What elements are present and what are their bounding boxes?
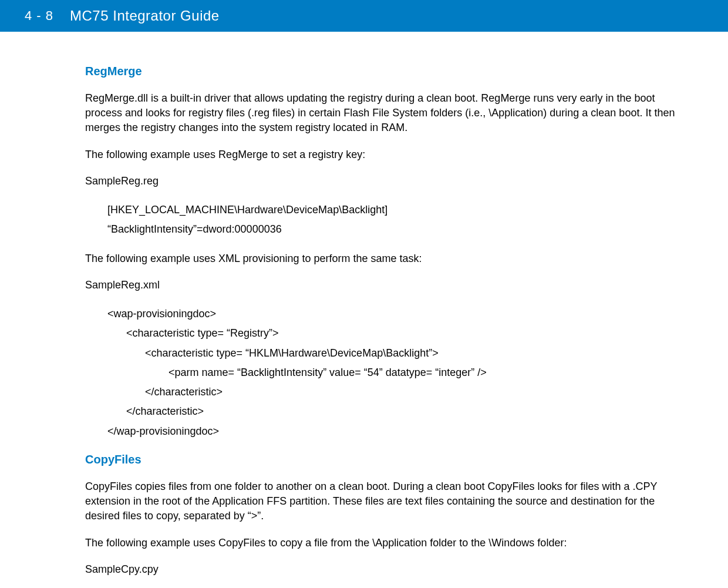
xml-line-5: </characteristic> — [145, 382, 686, 402]
xml-line-7: </wap-provisioningdoc> — [107, 422, 686, 441]
xml-line-3: <characteristic type= “HKLM\Hardware\Dev… — [145, 344, 686, 363]
reg-code-block: [HKEY_LOCAL_MACHINE\Hardware\DeviceMap\B… — [107, 200, 686, 240]
xml-line-6: </characteristic> — [126, 402, 686, 421]
regmerge-example-lead: The following example uses RegMerge to s… — [85, 147, 686, 162]
regmerge-intro: RegMerge.dll is a built-in driver that a… — [85, 91, 686, 136]
xml-line-1: <wap-provisioningdoc> — [107, 304, 686, 324]
section-heading-regmerge: RegMerge — [85, 65, 686, 78]
regmerge-xml-filename: SampleReg.xml — [85, 278, 686, 293]
regmerge-xml-lead: The following example uses XML provision… — [85, 251, 686, 266]
copyfiles-example-lead: The following example uses CopyFiles to … — [85, 536, 686, 550]
xml-line-4: <parm name= “BacklightIntensity” value= … — [168, 363, 686, 382]
copyfiles-intro: CopyFiles copies files from one folder t… — [85, 479, 686, 524]
page-number: 4 - 8 — [25, 8, 53, 23]
xml-line-2: <characteristic type= “Registry”> — [126, 324, 686, 343]
reg-code-line-2: “BacklightIntensity”=dword:00000036 — [107, 220, 686, 239]
reg-code-line-1: [HKEY_LOCAL_MACHINE\Hardware\DeviceMap\B… — [107, 200, 686, 220]
section-heading-copyfiles: CopyFiles — [85, 453, 686, 466]
regmerge-example-filename: SampleReg.reg — [85, 174, 686, 189]
document-header: 4 - 8 MC75 Integrator Guide — [0, 0, 728, 32]
xml-code-block: <wap-provisioningdoc> <characteristic ty… — [107, 304, 686, 441]
document-title: MC75 Integrator Guide — [70, 8, 220, 24]
copyfiles-example-filename: SampleCpy.cpy — [85, 562, 686, 577]
page-content: RegMerge RegMerge.dll is a built-in driv… — [0, 32, 728, 588]
